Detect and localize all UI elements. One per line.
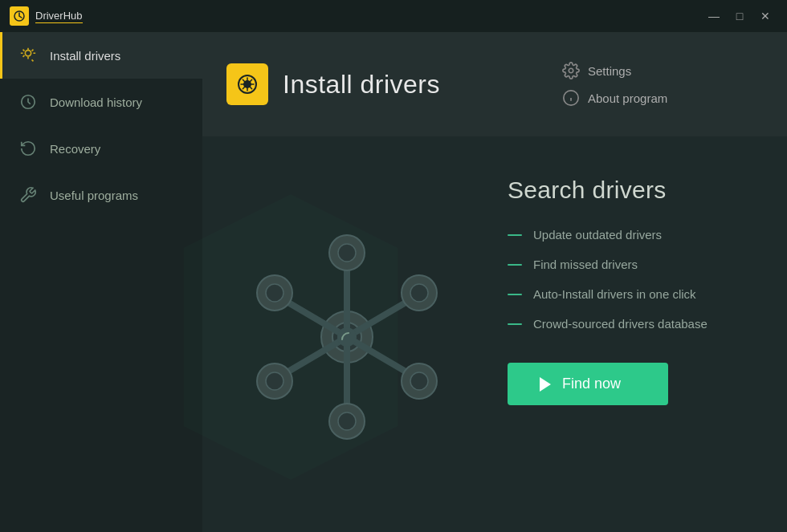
sidebar-item-install-drivers-label: Install drivers: [50, 49, 120, 63]
svg-point-24: [266, 372, 283, 390]
play-icon: [540, 377, 551, 392]
right-panel: Install drivers Settings About program: [202, 32, 787, 532]
feature-label-4: Crowd-sourced drivers database: [533, 317, 707, 331]
svg-point-20: [266, 284, 283, 302]
svg-point-27: [337, 327, 357, 347]
download-history-icon: [19, 93, 37, 111]
feature-label-3: Auto-Install drivers in one click: [533, 287, 696, 301]
content-header: Install drivers Settings About program: [202, 32, 787, 136]
svg-point-1: [25, 51, 31, 56]
header-driverhub-icon: [234, 71, 260, 97]
feature-item-1: Update outdated drivers: [508, 228, 739, 242]
header-icon-wrapper: [226, 63, 268, 105]
window-controls: — □ ✕: [702, 6, 777, 26]
feature-dash-4: [508, 323, 522, 325]
search-section: Search drivers Update outdated drivers F…: [508, 177, 739, 405]
find-now-label: Find now: [562, 376, 621, 392]
about-label: About program: [588, 91, 667, 105]
feature-label-1: Update outdated drivers: [533, 228, 662, 242]
app-title: DriverHub: [35, 10, 83, 23]
feature-item-4: Crowd-sourced drivers database: [508, 317, 739, 331]
maximize-button[interactable]: □: [728, 6, 752, 26]
titlebar-left: DriverHub: [10, 6, 83, 26]
minimize-button[interactable]: —: [702, 6, 726, 26]
svg-point-26: [410, 284, 428, 302]
info-icon: [562, 89, 580, 107]
titlebar: DriverHub — □ ✕: [0, 0, 787, 32]
sidebar-item-useful-programs-label: Useful programs: [50, 189, 138, 202]
sidebar-item-recovery-label: Recovery: [50, 142, 100, 156]
find-now-button[interactable]: Find now: [508, 363, 668, 405]
sidebar-item-recovery[interactable]: Recovery: [0, 125, 202, 172]
svg-point-22: [410, 372, 428, 390]
feature-dash-2: [508, 264, 522, 266]
content-area: Search drivers Update outdated drivers F…: [202, 136, 787, 532]
sidebar-item-download-history-label: Download history: [50, 95, 142, 109]
svg-point-18: [338, 412, 356, 430]
sidebar-item-install-drivers[interactable]: Install drivers: [0, 32, 202, 79]
feature-dash-3: [508, 294, 522, 295]
feature-item-3: Auto-Install drivers in one click: [508, 287, 739, 301]
main-layout: Install drivers Download history Recover…: [0, 32, 787, 532]
top-right-actions: Settings About program: [530, 32, 787, 136]
app-logo: [10, 6, 29, 26]
feature-dash-1: [508, 234, 522, 236]
settings-label: Settings: [588, 64, 631, 78]
settings-icon: [562, 62, 580, 79]
install-drivers-icon: [19, 47, 37, 64]
feature-list: Update outdated drivers Find missed driv…: [508, 228, 739, 331]
close-button[interactable]: ✕: [753, 6, 777, 26]
useful-programs-icon: [19, 186, 37, 204]
recovery-icon: [19, 140, 37, 157]
sidebar-item-download-history[interactable]: Download history: [0, 79, 202, 125]
gear-cluster: [226, 201, 467, 473]
search-title: Search drivers: [508, 177, 739, 204]
about-link[interactable]: About program: [562, 89, 667, 107]
svg-point-16: [338, 244, 356, 262]
settings-link[interactable]: Settings: [562, 62, 631, 79]
page-title: Install drivers: [283, 70, 440, 99]
feature-label-2: Find missed drivers: [533, 258, 638, 271]
feature-item-2: Find missed drivers: [508, 258, 739, 271]
